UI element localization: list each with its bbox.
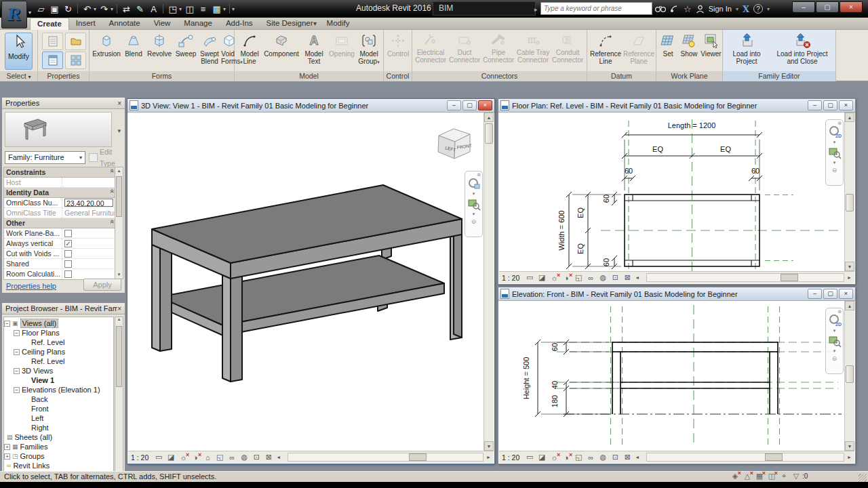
sweep-button[interactable]: Sweep (174, 32, 198, 58)
wheel-dropdown-icon[interactable]: ▾ (473, 191, 475, 197)
sun-path-icon[interactable]: ☼ (549, 274, 559, 282)
search-input[interactable] (540, 2, 652, 15)
plan-close-button[interactable]: × (839, 100, 853, 110)
load-into-project-close-button[interactable]: Load into Project and Close (772, 32, 833, 65)
scale-button[interactable]: 1 : 20 (502, 453, 519, 462)
elevation-restore-button[interactable]: ▢ (823, 289, 837, 299)
reveal-hidden-elements-icon[interactable]: ◍ (598, 273, 608, 282)
navbar-collapse-icon[interactable]: ⊖ (471, 218, 477, 225)
scroll-right-icon[interactable]: ► (847, 275, 852, 280)
scroll-up-icon[interactable]: ▲ (845, 113, 854, 122)
default-3d-view-icon[interactable]: ◳ (167, 4, 178, 14)
scrollbar-thumb[interactable] (116, 326, 122, 387)
switch-windows-dropdown-icon[interactable]: ▾ (223, 6, 226, 12)
subscription-center-icon[interactable] (670, 5, 679, 14)
navbar-collapse-icon[interactable]: ⊖ (832, 167, 837, 174)
tree-item-views[interactable]: −▣Views (all) (4, 319, 113, 328)
sign-in-label[interactable]: Sign In (709, 5, 732, 13)
tab-annotate[interactable]: Annotate (102, 18, 147, 30)
tree-item-groups[interactable]: +◳Groups (4, 451, 113, 461)
always-vertical-checkbox[interactable]: ✓ (64, 240, 72, 247)
shadows-icon[interactable]: ◑ (191, 453, 200, 462)
select-underlay-toggle-icon[interactable]: △ (741, 472, 753, 481)
room-calculation-checkbox[interactable] (64, 270, 72, 278)
cut-with-voids-checkbox[interactable] (64, 250, 72, 258)
identity-data-section-header[interactable]: Identity Data« (4, 188, 115, 198)
elevation-height-dim[interactable]: Height = 500 (522, 357, 530, 400)
shared-row[interactable]: Shared (4, 259, 115, 269)
plan-minimize-button[interactable]: – (808, 100, 822, 110)
other-section-header[interactable]: Other« (4, 218, 115, 228)
scroll-down-icon[interactable]: ▼ (115, 271, 123, 279)
scroll-up-icon[interactable]: ▲ (484, 113, 494, 122)
plan-title-bar[interactable]: Floor Plan: Ref. Level - BIM - Revit Fam… (498, 99, 855, 113)
temporary-view-properties-icon[interactable]: ⊡ (252, 453, 261, 462)
help-dropdown-icon[interactable]: ▾ (767, 6, 770, 12)
tree-item-ref-level-floor[interactable]: Ref. Level (4, 338, 113, 347)
tab-view[interactable]: View (147, 18, 178, 30)
elevation-shelf-thickness-dim[interactable]: 40 (551, 381, 559, 389)
void-forms-button[interactable]: Void Forms▾ (221, 32, 235, 66)
wheel-dropdown-icon[interactable]: ▾ (833, 328, 836, 333)
scale-button[interactable]: 1 : 20 (131, 453, 149, 462)
scroll-right-icon[interactable]: ► (486, 455, 491, 460)
modify-button[interactable]: Modify (5, 33, 33, 70)
plan-width-dim[interactable]: Width = 600 (557, 210, 566, 250)
tree-item-ref-level-ceiling[interactable]: Ref. Level (4, 357, 113, 366)
shadows-icon[interactable]: ◑ (561, 453, 571, 462)
tab-manage[interactable]: Manage (177, 18, 219, 30)
crop-view-icon[interactable]: ◱ (574, 273, 583, 282)
collapse-box-icon[interactable]: − (14, 349, 20, 355)
tab-create[interactable]: Create (30, 18, 69, 30)
crop-view-icon[interactable]: ◱ (574, 453, 583, 462)
work-plane-based-checkbox[interactable] (64, 230, 72, 237)
collapse-box-icon[interactable]: − (14, 368, 20, 374)
sign-in-dropdown-icon[interactable]: ▾ (736, 6, 738, 12)
save-icon[interactable]: ▣ (49, 4, 60, 14)
omniclass-number-row[interactable]: OmniClass Nu...23.40.20.00 (4, 198, 115, 208)
plan-eq-bottom[interactable]: EQ (576, 243, 585, 254)
redo-dropdown-icon[interactable]: ▾ (111, 6, 113, 12)
tree-item-ceiling-plans[interactable]: −Ceiling Plans (4, 347, 113, 357)
tree-item-front[interactable]: Front (4, 404, 113, 413)
ribbon-display-toggle-icon[interactable]: ▾ (313, 20, 317, 27)
temporary-view-properties-icon[interactable]: ⊡ (610, 273, 620, 282)
tab-add-ins[interactable]: Add-Ins (219, 18, 260, 30)
scroll-down-icon[interactable]: ▼ (484, 441, 494, 451)
3d-view-dropdown-icon[interactable]: ▾ (179, 6, 182, 12)
new-family-button[interactable] (65, 33, 86, 50)
switch-windows-icon[interactable]: ▦ (211, 4, 222, 14)
tree-item-revit-links[interactable]: ∞Revit Links (4, 461, 113, 470)
tree-item-sheets[interactable]: ▤Sheets (all) (4, 432, 113, 442)
application-menu-button[interactable]: R (1, 1, 27, 28)
scroll-left-icon[interactable]: ◄ (276, 455, 281, 460)
scroll-up-icon[interactable]: ▲ (845, 301, 854, 310)
properties-help-link[interactable]: Properties help (6, 282, 56, 290)
3d-restore-button[interactable]: ▢ (462, 100, 477, 110)
expand-box-icon[interactable]: + (4, 453, 10, 460)
favorites-star-icon[interactable]: ☆ (684, 4, 692, 14)
scroll-left-icon[interactable]: ◄ (635, 455, 639, 460)
plan-restore-button[interactable]: ▢ (823, 100, 837, 110)
plan-right-leg-dim[interactable]: 60 (751, 167, 760, 175)
tree-item-floor-plans[interactable]: −Floor Plans (4, 328, 113, 338)
measure-icon[interactable]: ✎ (134, 4, 146, 14)
thin-lines-icon[interactable]: ≡ (197, 4, 209, 14)
view-lock-icon[interactable]: ⊠ (264, 453, 273, 462)
app-close-button[interactable]: × (840, 1, 863, 13)
reference-line-button[interactable]: Reference Line (589, 32, 623, 65)
viewer-button[interactable]: Viewer (700, 32, 722, 58)
section-icon[interactable]: ◫ (184, 4, 195, 14)
steering-wheel-2d-icon[interactable]: 2D (828, 314, 842, 327)
undo-icon[interactable]: ↶ (81, 4, 93, 14)
properties-scrollbar[interactable]: ▲ ▼ (115, 167, 123, 279)
tab-site-designer[interactable]: Site Designer (260, 18, 320, 30)
ui-grid-button[interactable] (65, 52, 86, 69)
shaded-view-icon[interactable]: ◪ (537, 273, 547, 282)
plan-canvas[interactable]: Length = 1200 EQ EQ 60 60 Width = 600 EQ… (499, 113, 854, 271)
3d-vertical-scrollbar[interactable]: ▲ ▼ (484, 113, 494, 451)
blend-button[interactable]: Blend (122, 32, 145, 58)
scrollbar-thumb[interactable] (409, 453, 427, 461)
zoom-tool-icon[interactable] (467, 197, 481, 211)
view-lock-icon[interactable]: ⊠ (623, 453, 632, 462)
